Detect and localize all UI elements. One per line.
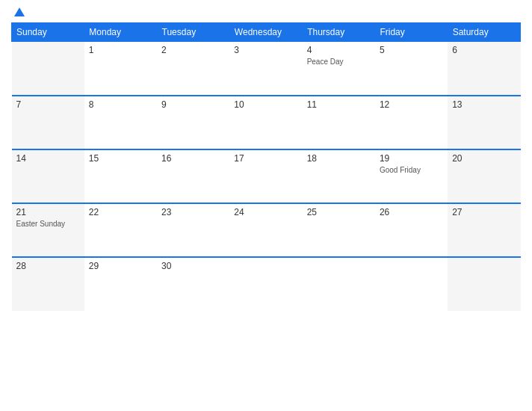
day-header-wednesday: Wednesday xyxy=(229,23,302,42)
day-number: 22 xyxy=(89,207,152,217)
day-number: 30 xyxy=(161,261,225,271)
calendar-cell: 9 xyxy=(157,96,229,149)
week-row-4: 282930 xyxy=(12,257,521,311)
day-number: 5 xyxy=(380,45,443,55)
calendar-cell: 23 xyxy=(157,203,229,257)
day-number: 16 xyxy=(161,153,225,164)
day-header-sunday: Sunday xyxy=(12,23,84,42)
calendar-cell: 15 xyxy=(84,149,157,203)
calendar-cell: 7 xyxy=(12,96,84,149)
week-row-0: 1234Peace Day56 xyxy=(12,42,521,96)
holiday-label: Easter Sunday xyxy=(16,219,80,229)
day-number: 28 xyxy=(16,261,80,271)
day-number: 18 xyxy=(307,153,371,164)
calendar-cell: 20 xyxy=(448,149,520,203)
calendar-page: SundayMondayTuesdayWednesdayThursdayFrid… xyxy=(0,0,532,411)
calendar-cell: 11 xyxy=(303,96,375,149)
calendar-cell: 18 xyxy=(303,149,375,203)
day-number: 8 xyxy=(89,99,152,110)
day-number: 23 xyxy=(161,207,225,217)
day-number: 1 xyxy=(89,45,152,55)
calendar-cell: 2 xyxy=(157,42,229,96)
calendar-cell xyxy=(375,257,448,311)
day-number: 7 xyxy=(16,99,80,110)
calendar-cell xyxy=(303,257,375,311)
day-number: 2 xyxy=(161,45,225,55)
day-number: 19 xyxy=(380,153,443,164)
logo-blue-row xyxy=(11,7,25,16)
days-header-row: SundayMondayTuesdayWednesdayThursdayFrid… xyxy=(12,23,521,42)
calendar-cell: 25 xyxy=(303,203,375,257)
logo-triangle-icon xyxy=(14,7,25,16)
day-header-friday: Friday xyxy=(375,23,448,42)
calendar-cell: 17 xyxy=(229,149,302,203)
holiday-label: Good Friday xyxy=(380,165,443,175)
calendar-cell: 27 xyxy=(448,203,520,257)
day-header-tuesday: Tuesday xyxy=(157,23,229,42)
day-number: 3 xyxy=(234,45,297,55)
day-header-saturday: Saturday xyxy=(448,23,520,42)
day-number: 21 xyxy=(16,207,80,217)
calendar-cell xyxy=(229,257,302,311)
calendar-cell: 26 xyxy=(375,203,448,257)
day-number: 24 xyxy=(234,207,297,217)
calendar-cell: 16 xyxy=(157,149,229,203)
day-number: 29 xyxy=(89,261,152,271)
calendar-table: SundayMondayTuesdayWednesdayThursdayFrid… xyxy=(11,22,521,311)
day-header-thursday: Thursday xyxy=(303,23,375,42)
day-number: 6 xyxy=(452,45,516,55)
day-number: 11 xyxy=(307,99,371,110)
day-number: 13 xyxy=(452,99,516,110)
day-number: 15 xyxy=(89,153,152,164)
calendar-cell xyxy=(12,42,84,96)
day-number: 25 xyxy=(307,207,371,217)
calendar-cell: 5 xyxy=(375,42,448,96)
calendar-cell: 1 xyxy=(84,42,157,96)
day-header-monday: Monday xyxy=(84,23,157,42)
calendar-cell: 6 xyxy=(448,42,520,96)
calendar-cell: 3 xyxy=(229,42,302,96)
calendar-cell: 28 xyxy=(12,257,84,311)
day-number: 17 xyxy=(234,153,297,164)
calendar-cell: 30 xyxy=(157,257,229,311)
day-number: 27 xyxy=(452,207,516,217)
logo xyxy=(11,7,25,16)
week-row-2: 141516171819Good Friday20 xyxy=(12,149,521,203)
holiday-label: Peace Day xyxy=(307,57,371,67)
calendar-cell: 14 xyxy=(12,149,84,203)
day-number: 26 xyxy=(380,207,443,217)
calendar-cell: 13 xyxy=(448,96,520,149)
calendar-cell: 29 xyxy=(84,257,157,311)
day-number: 10 xyxy=(234,99,297,110)
calendar-cell: 8 xyxy=(84,96,157,149)
week-row-3: 21Easter Sunday222324252627 xyxy=(12,203,521,257)
calendar-cell: 21Easter Sunday xyxy=(12,203,84,257)
day-number: 4 xyxy=(307,45,371,55)
calendar-cell: 22 xyxy=(84,203,157,257)
calendar-cell: 24 xyxy=(229,203,302,257)
day-number: 14 xyxy=(16,153,80,164)
calendar-cell xyxy=(448,257,520,311)
calendar-cell: 12 xyxy=(375,96,448,149)
day-number: 20 xyxy=(452,153,516,164)
header xyxy=(11,7,521,16)
calendar-cell: 10 xyxy=(229,96,302,149)
day-number: 9 xyxy=(161,99,225,110)
calendar-cell: 4Peace Day xyxy=(303,42,375,96)
calendar-cell: 19Good Friday xyxy=(375,149,448,203)
day-number: 12 xyxy=(380,99,443,110)
week-row-1: 78910111213 xyxy=(12,96,521,149)
